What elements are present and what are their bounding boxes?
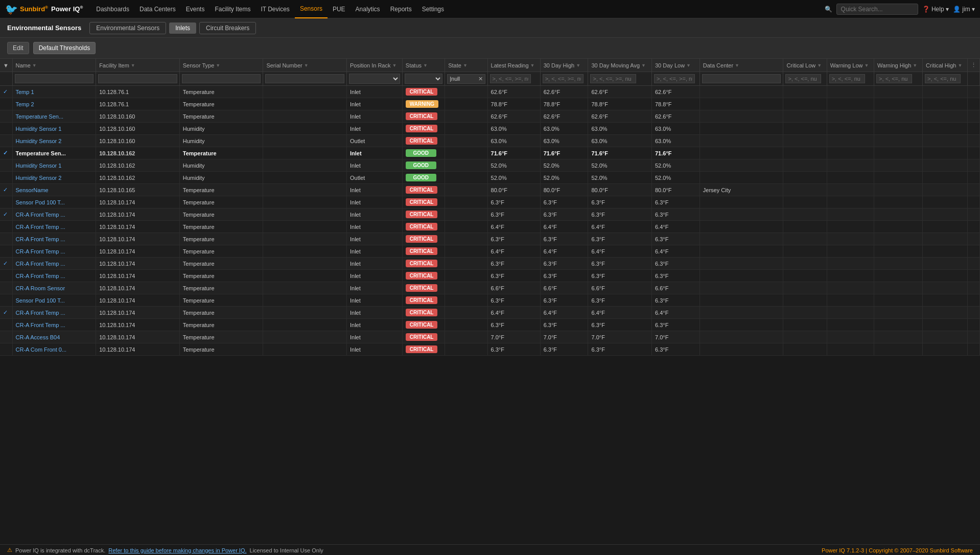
th-30dayhigh[interactable]: 30 Day High ▼ <box>540 59 588 72</box>
filter-position[interactable] <box>347 72 403 86</box>
row-check[interactable] <box>0 196 12 209</box>
th-serial[interactable]: Serial Number ▼ <box>263 59 347 72</box>
row-name[interactable]: CR-A Room Sensor <box>12 282 96 294</box>
filter-warnhigh-input[interactable] <box>876 74 912 83</box>
nav-analytics[interactable]: Analytics <box>351 0 385 18</box>
filter-sensortype-input[interactable] <box>182 74 261 83</box>
row-check[interactable]: ✓ <box>0 258 12 270</box>
edit-button[interactable]: Edit <box>7 42 29 54</box>
row-check[interactable] <box>0 135 12 147</box>
row-name[interactable]: CR-A Front Temp ... <box>12 209 96 221</box>
row-name[interactable]: CR-A Com Front 0... <box>12 343 96 356</box>
nav-settings[interactable]: Settings <box>417 0 449 18</box>
row-check[interactable]: ✓ <box>0 86 12 98</box>
filter-critlow[interactable] <box>783 72 827 86</box>
row-check[interactable] <box>0 110 12 123</box>
row-name[interactable]: Temp 2 <box>12 98 96 110</box>
row-name[interactable]: Humidity Sensor 2 <box>12 172 96 184</box>
filter-warnlow[interactable] <box>827 72 874 86</box>
row-name[interactable]: Temperature Sen... <box>12 110 96 123</box>
tab-environmental-sensors[interactable]: Environmental Sensors <box>89 22 166 34</box>
th-facility[interactable]: Facility Item ▼ <box>96 59 180 72</box>
row-name[interactable]: Humidity Sensor 2 <box>12 135 96 147</box>
filter-crithigh-input[interactable] <box>925 74 961 83</box>
th-warnlow[interactable]: Warning Low ▼ <box>827 59 874 72</box>
nav-dashboards[interactable]: Dashboards <box>91 0 134 18</box>
filter-30mavg[interactable] <box>588 72 652 86</box>
row-name[interactable]: CR-A Front Temp ... <box>12 258 96 270</box>
row-name[interactable]: Temp 1 <box>12 86 96 98</box>
row-check[interactable]: ✓ <box>0 307 12 319</box>
filter-state-clear[interactable]: ✕ <box>478 76 483 82</box>
nav-facilityitems[interactable]: Facility Items <box>209 0 255 18</box>
row-name[interactable]: Temperature Sen... <box>12 147 96 159</box>
row-check[interactable] <box>0 98 12 110</box>
nav-itdevices[interactable]: IT Devices <box>255 0 294 18</box>
filter-critlow-input[interactable] <box>785 74 821 83</box>
filter-latest[interactable] <box>487 72 540 86</box>
row-check[interactable] <box>0 221 12 233</box>
th-datacenter[interactable]: Data Center ▼ <box>699 59 783 72</box>
row-name[interactable]: Humidity Sensor 1 <box>12 123 96 135</box>
th-critlow[interactable]: Critical Low ▼ <box>783 59 827 72</box>
th-warnhigh[interactable]: Warning High ▼ <box>874 59 923 72</box>
th-state[interactable]: State ▼ <box>445 59 487 72</box>
row-check[interactable] <box>0 294 12 307</box>
filter-name-input[interactable] <box>15 74 94 83</box>
filter-warnlow-input[interactable] <box>829 74 865 83</box>
filter-dc-input[interactable] <box>702 74 781 83</box>
row-check[interactable] <box>0 123 12 135</box>
th-sensor-type[interactable]: Sensor Type ▼ <box>179 59 263 72</box>
filter-30low-input[interactable] <box>654 74 695 83</box>
row-name[interactable]: CR-A Front Temp ... <box>12 221 96 233</box>
row-check[interactable] <box>0 172 12 184</box>
filter-30high[interactable] <box>540 72 588 86</box>
filter-facility[interactable] <box>96 72 180 86</box>
th-position[interactable]: Position In Rack ▼ <box>347 59 403 72</box>
search-input[interactable] <box>836 4 918 15</box>
nav-reports[interactable]: Reports <box>385 0 417 18</box>
filter-crithigh[interactable] <box>923 72 968 86</box>
nav-pue[interactable]: PUE <box>328 0 351 18</box>
row-check[interactable] <box>0 319 12 331</box>
tab-inlets[interactable]: Inlets <box>169 22 196 34</box>
user-menu[interactable]: 👤 jim ▾ <box>953 6 975 13</box>
tab-circuit-breakers[interactable]: Circuit Breakers <box>199 22 256 34</box>
filter-name[interactable] <box>12 72 96 86</box>
filter-state[interactable]: |null ✕ <box>445 72 487 86</box>
filter-30mavg-input[interactable] <box>590 74 636 83</box>
row-name[interactable]: Humidity Sensor 1 <box>12 159 96 172</box>
filter-30high-input[interactable] <box>543 74 584 83</box>
row-check[interactable]: ✓ <box>0 184 12 196</box>
row-name[interactable]: CR-A Front Temp ... <box>12 307 96 319</box>
row-check[interactable] <box>0 245 12 258</box>
th-name[interactable]: Name ▼ <box>12 59 96 72</box>
sensor-table-container[interactable]: ▼ Name ▼ Facility Item ▼ Sensor Type ▼ S… <box>0 59 980 544</box>
row-name[interactable]: CR-A Front Temp ... <box>12 319 96 331</box>
nav-datacenters[interactable]: Data Centers <box>134 0 181 18</box>
row-check[interactable]: ✓ <box>0 147 12 159</box>
row-name[interactable]: CR-A Front Temp ... <box>12 245 96 258</box>
default-thresholds-button[interactable]: Default Thresholds <box>33 42 96 54</box>
filter-latest-input[interactable] <box>490 74 531 83</box>
filter-status-select[interactable] <box>405 74 442 84</box>
row-check[interactable] <box>0 282 12 294</box>
th-extra[interactable]: ⋮ <box>968 59 980 72</box>
row-name[interactable]: Sensor Pod 100 T... <box>12 294 96 307</box>
th-30daylow[interactable]: 30 Day Low ▼ <box>652 59 700 72</box>
footer-link[interactable]: Refer to this guide before making change… <box>108 547 246 553</box>
filter-serial-input[interactable] <box>265 74 344 83</box>
th-status[interactable]: Status ▼ <box>402 59 445 72</box>
row-check[interactable]: ✓ <box>0 209 12 221</box>
row-check[interactable] <box>0 331 12 343</box>
filter-serial[interactable] <box>263 72 347 86</box>
row-name[interactable]: CR-A Front Temp ... <box>12 270 96 282</box>
row-check[interactable] <box>0 270 12 282</box>
nav-sensors[interactable]: Sensors <box>295 0 328 18</box>
row-name[interactable]: CR-A Access B04 <box>12 331 96 343</box>
row-name[interactable]: CR-A Front Temp ... <box>12 233 96 245</box>
row-check[interactable] <box>0 233 12 245</box>
filter-facility-input[interactable] <box>98 74 177 83</box>
filter-30low[interactable] <box>652 72 700 86</box>
help-button[interactable]: ❓ Help ▾ <box>922 6 949 13</box>
